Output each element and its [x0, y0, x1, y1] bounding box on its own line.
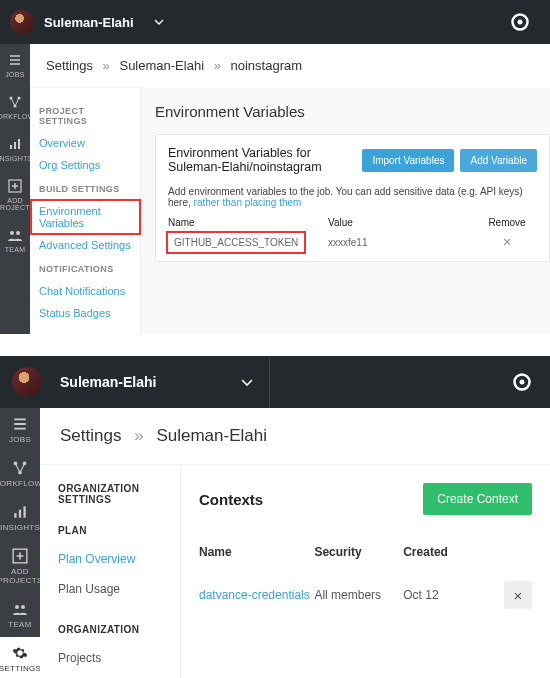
left-icon-rail: JOBS WORKFLOWS INSIGHTS ADD PROJECTS TEA…	[0, 44, 30, 334]
list-icon	[7, 52, 23, 68]
nav-heading-project-settings: PROJECT SETTINGS	[31, 98, 140, 132]
svg-rect-6	[14, 142, 16, 149]
svg-rect-16	[14, 513, 16, 518]
rail-add-projects[interactable]: ADD PROJECTS	[0, 540, 40, 593]
nav-heading-notifications: NOTIFICATIONS	[31, 256, 140, 280]
rail-team[interactable]: TEAM	[0, 219, 30, 261]
hint-link[interactable]: rather than placing them	[194, 197, 302, 208]
nav-cat-plan: PLAN	[58, 525, 180, 536]
page-title: Contexts	[199, 491, 423, 508]
svg-point-10	[16, 231, 20, 235]
crumb-project[interactable]: noinstagram	[231, 58, 303, 73]
rail-workflows[interactable]: WORKFLOWS	[0, 452, 40, 496]
workflow-icon	[12, 460, 28, 476]
svg-rect-18	[23, 506, 25, 517]
top-bar: Suleman-Elahi	[0, 0, 550, 44]
crumb-settings[interactable]: Settings	[60, 426, 121, 445]
user-name[interactable]: Suleman-Elahi	[60, 374, 156, 390]
nav-heading-build-settings: BUILD SETTINGS	[31, 176, 140, 200]
breadcrumb: Settings » Suleman-Elahi	[40, 408, 550, 464]
chart-icon	[12, 504, 28, 520]
delete-context-button[interactable]: ×	[504, 581, 532, 609]
svg-rect-7	[18, 139, 20, 149]
context-created: Oct 12	[403, 588, 492, 602]
avatar[interactable]	[12, 367, 42, 397]
team-icon	[7, 227, 23, 243]
crumb-org[interactable]: Suleman-Elahi	[156, 426, 267, 445]
avatar[interactable]	[10, 10, 34, 34]
context-security: All members	[314, 588, 403, 602]
top-bar: Suleman-Elahi	[0, 356, 550, 408]
rail-team-label: TEAM	[5, 246, 26, 253]
col-name: Name	[168, 217, 328, 228]
svg-point-21	[21, 605, 25, 609]
left-icon-rail: JOBS WORKFLOWS INSIGHTS ADD PROJECTS TEA…	[0, 408, 40, 678]
rail-insights-label: INSIGHTS	[0, 523, 40, 532]
rail-team[interactable]: TEAM	[0, 593, 40, 637]
nav-cat-organization: ORGANIZATION	[58, 624, 180, 635]
svg-point-9	[10, 231, 14, 235]
nav-projects[interactable]: Projects	[58, 643, 180, 673]
nav-chat-notifications[interactable]: Chat Notifications	[31, 280, 140, 302]
col-security: Security	[314, 545, 403, 559]
crumb-sep-icon: »	[134, 426, 143, 445]
plus-icon	[12, 548, 28, 564]
col-created: Created	[403, 545, 492, 559]
rail-jobs[interactable]: JOBS	[0, 408, 40, 452]
workflow-icon	[7, 94, 23, 110]
svg-point-12	[520, 380, 525, 385]
import-variables-button[interactable]: Import Variables	[362, 149, 454, 172]
col-remove: Remove	[477, 217, 537, 228]
breadcrumb: Settings » Suleman-Elahi » noinstagram	[30, 44, 550, 87]
rail-settings-label: SETTINGS	[0, 664, 41, 673]
rail-add-label: ADD	[11, 567, 29, 576]
user-menu-caret-icon[interactable]	[241, 379, 253, 386]
list-icon	[12, 416, 28, 432]
svg-point-1	[518, 20, 523, 25]
org-side-nav: ORGANIZATION SETTINGS PLAN Plan Overview…	[40, 465, 180, 678]
col-value: Value	[328, 217, 477, 228]
nav-environment-variables[interactable]: Environment Variables	[31, 200, 140, 234]
var-value: xxxxfe11	[328, 237, 477, 248]
rail-jobs[interactable]: JOBS	[0, 44, 30, 86]
rail-insights[interactable]: INSIGHTS	[0, 128, 30, 170]
var-name: GITHUB_ACCESS_TOKEN	[168, 233, 304, 252]
rail-jobs-label: JOBS	[9, 435, 31, 444]
create-context-button[interactable]: Create Context	[423, 483, 532, 515]
env-vars-card: Environment Variables for Suleman-Elahi/…	[155, 134, 550, 262]
nav-org-settings[interactable]: Org Settings	[31, 154, 140, 176]
nav-overview[interactable]: Overview	[31, 132, 140, 154]
gear-icon	[12, 645, 28, 661]
remove-var-button[interactable]: ×	[477, 234, 537, 250]
team-icon	[12, 601, 28, 617]
page-title: Environment Variables	[155, 103, 550, 120]
user-name[interactable]: Suleman-Elahi	[44, 15, 134, 30]
nav-plan-usage[interactable]: Plan Usage	[58, 574, 180, 604]
context-name-link[interactable]: datvance-credentials	[199, 588, 314, 602]
rail-workflows[interactable]: WORKFLOWS	[0, 86, 30, 128]
crumb-org[interactable]: Suleman-Elahi	[119, 58, 204, 73]
crumb-settings[interactable]: Settings	[46, 58, 93, 73]
plus-icon	[7, 178, 23, 194]
circleci-logo-icon[interactable]	[494, 356, 550, 408]
nav-status-badges[interactable]: Status Badges	[31, 302, 140, 324]
table-row: GITHUB_ACCESS_TOKEN xxxxfe11 ×	[168, 228, 537, 250]
rail-jobs-label: JOBS	[5, 71, 24, 78]
user-menu-caret-icon[interactable]	[154, 19, 176, 25]
svg-rect-5	[10, 145, 12, 149]
col-name: Name	[199, 545, 314, 559]
nav-plan-overview[interactable]: Plan Overview	[58, 544, 180, 574]
hint-text: Add environment variables to the job. Yo…	[168, 186, 537, 208]
nav-advanced-settings[interactable]: Advanced Settings	[31, 234, 140, 256]
chart-icon	[7, 136, 23, 152]
crumb-sep-icon: »	[214, 58, 221, 73]
rail-settings[interactable]: SETTINGS	[0, 637, 40, 678]
rail-add-projects[interactable]: ADD PROJECTS	[0, 170, 30, 219]
svg-rect-17	[19, 510, 21, 518]
rail-insights[interactable]: INSIGHTS	[0, 496, 40, 540]
circleci-logo-icon[interactable]	[490, 0, 550, 44]
add-variable-button[interactable]: Add Variable	[460, 149, 537, 172]
rail-projects-label: PROJECTS	[0, 576, 43, 585]
nav-heading-org-settings: ORGANIZATION SETTINGS	[58, 483, 180, 505]
nav-users[interactable]: Users	[58, 673, 180, 678]
